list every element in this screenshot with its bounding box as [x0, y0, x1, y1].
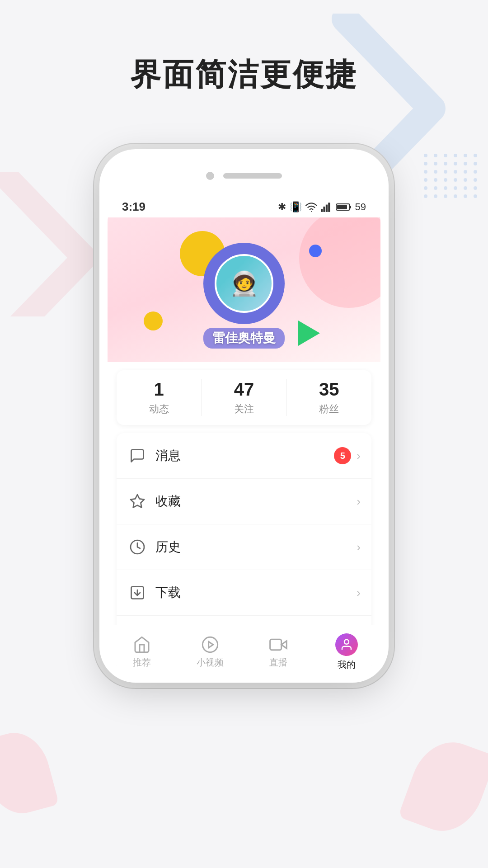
history-icon	[127, 537, 147, 557]
following-count: 47	[234, 379, 254, 400]
fans-label: 粉丝	[319, 402, 339, 416]
message-arrow-icon: ›	[357, 449, 361, 463]
svg-point-14	[202, 637, 217, 652]
page-title: 界面简洁更便捷	[0, 54, 488, 95]
short-video-label: 小视频	[197, 656, 224, 669]
svg-rect-1	[323, 206, 325, 212]
following-label: 关注	[234, 402, 254, 416]
avatar: 🧑‍🚀	[215, 254, 273, 313]
status-icons: ✱ 📳 59	[278, 201, 366, 213]
svg-marker-15	[208, 642, 213, 647]
svg-rect-3	[328, 203, 330, 212]
svg-rect-6	[337, 205, 347, 209]
live-icon	[269, 636, 287, 654]
deco-bottom-right	[398, 732, 488, 842]
deco-green-triangle	[298, 321, 320, 346]
history-arrow-icon: ›	[357, 540, 361, 554]
menu-item-download[interactable]: 下载 ›	[117, 570, 371, 616]
svg-marker-7	[131, 495, 144, 508]
deco-pink-circle	[299, 217, 380, 308]
status-bar: 3:19 ✱ 📳	[108, 193, 380, 217]
bottom-navigation: 推荐 小视频 直播	[108, 625, 380, 675]
phone-frame: 3:19 ✱ 📳	[99, 149, 389, 683]
deco-blue-dot	[309, 245, 322, 257]
svg-point-18	[344, 640, 349, 644]
nav-item-short-video[interactable]: 小视频	[176, 631, 244, 669]
svg-marker-16	[281, 641, 286, 649]
bluetooth-icon: ✱	[278, 201, 286, 213]
avatar-background: 🧑‍🚀	[203, 243, 285, 324]
mine-label: 我的	[338, 659, 356, 671]
phone-speaker	[223, 173, 282, 179]
menu-item-history[interactable]: 历史 ›	[117, 524, 371, 570]
phone-camera	[206, 172, 214, 180]
stat-fans[interactable]: 35 粉丝	[286, 379, 371, 416]
svg-rect-0	[321, 209, 323, 212]
history-label: 历史	[155, 538, 357, 556]
message-icon	[127, 446, 147, 466]
fans-count: 35	[319, 379, 339, 400]
recommend-label: 推荐	[133, 656, 151, 669]
vibrate-icon: 📳	[290, 201, 302, 213]
decorative-dots	[424, 154, 479, 198]
download-arrow-icon: ›	[357, 586, 361, 600]
nav-item-recommend[interactable]: 推荐	[108, 631, 176, 669]
message-label: 消息	[155, 447, 334, 464]
short-video-icon	[201, 636, 219, 654]
favorites-icon	[127, 491, 147, 511]
username-label: 雷佳奥特曼	[203, 328, 285, 349]
phone-screen: 3:19 ✱ 📳	[108, 193, 380, 675]
svg-rect-17	[270, 639, 281, 650]
dynamic-count: 1	[154, 379, 164, 400]
battery-text: 59	[355, 201, 366, 213]
download-label: 下载	[155, 584, 357, 601]
phone-top-bar	[206, 172, 282, 180]
svg-rect-2	[325, 204, 327, 212]
astronaut-icon: 🧑‍🚀	[216, 256, 272, 311]
deco-yellow-small	[144, 311, 163, 330]
message-badge: 5	[334, 447, 351, 464]
nav-item-mine[interactable]: 我的	[312, 629, 380, 671]
stat-dynamic[interactable]: 1 动态	[117, 379, 201, 416]
dynamic-label: 动态	[149, 402, 169, 416]
signal-icon	[321, 202, 333, 212]
recommend-icon	[133, 636, 151, 654]
favorites-label: 收藏	[155, 493, 357, 510]
menu-item-favorites[interactable]: 收藏 ›	[117, 479, 371, 524]
menu-item-message[interactable]: 消息 5 ›	[117, 433, 371, 479]
avatar-container[interactable]: 🧑‍🚀 雷佳奥特曼	[203, 243, 285, 349]
profile-header: 🧑‍🚀 雷佳奥特曼	[108, 217, 380, 362]
battery-icon	[336, 203, 352, 212]
nav-item-live[interactable]: 直播	[244, 631, 312, 669]
wifi-icon	[305, 202, 317, 212]
live-label: 直播	[269, 656, 287, 669]
mine-active-icon	[335, 633, 358, 656]
deco-bottom-left	[0, 726, 59, 821]
favorites-arrow-icon: ›	[357, 495, 361, 509]
phone-mockup: 3:19 ✱ 📳	[99, 149, 389, 683]
stats-row: 1 动态 47 关注 35 粉丝	[117, 370, 371, 425]
status-time: 3:19	[122, 200, 145, 214]
stat-following[interactable]: 47 关注	[201, 379, 286, 416]
download-icon	[127, 583, 147, 603]
svg-rect-5	[350, 206, 351, 208]
